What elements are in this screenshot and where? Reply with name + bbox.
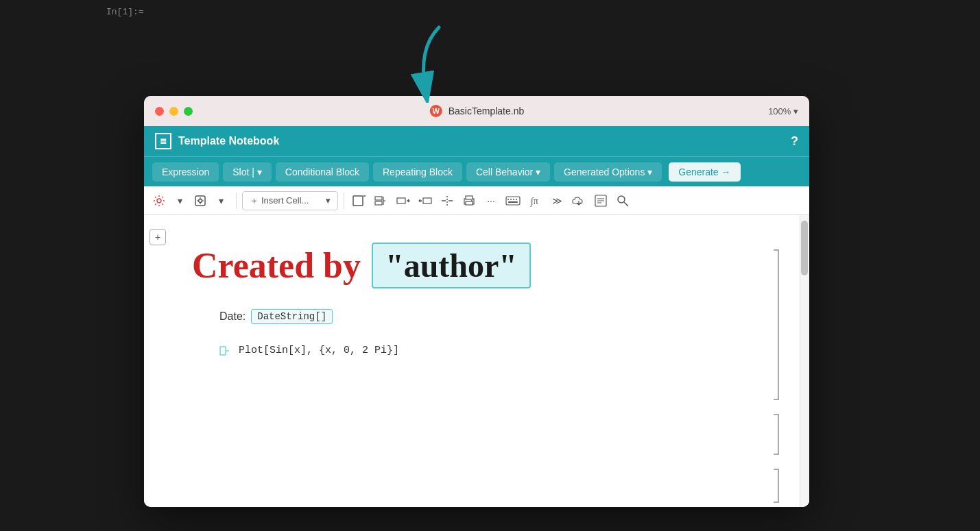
arrow-annotation xyxy=(405,21,459,103)
svg-rect-27 xyxy=(506,197,520,205)
insert-cell-button[interactable]: ＋ Insert Cell... ▾ xyxy=(242,191,338,210)
plot-line: Plot[Sin[x], {x, 0, 2 Pi}] xyxy=(192,345,758,356)
cell-bracket-1 xyxy=(774,249,779,400)
generate-button[interactable]: Generate → xyxy=(669,162,740,182)
generated-options-button[interactable]: Generated Options ▾ xyxy=(554,162,662,182)
notebook-title: Template Notebook xyxy=(178,135,279,147)
settings-icon-2[interactable] xyxy=(191,191,210,210)
insert-input-icon[interactable] xyxy=(394,191,413,210)
author-slot[interactable]: "author" xyxy=(372,243,531,288)
content-area: + Created by "author" Date: DateString[] xyxy=(144,215,809,507)
notebook-header-left: ≣ Template Notebook xyxy=(155,133,279,149)
titlebar: W BasicTemplate.nb 100% ▾ xyxy=(144,96,809,126)
date-slot[interactable]: DateString[] xyxy=(251,309,333,324)
notebook-content: + Created by "author" Date: DateString[] xyxy=(144,215,800,507)
created-by-line: Created by "author" xyxy=(192,243,758,288)
svg-point-41 xyxy=(618,196,625,203)
split-cell-icon[interactable] xyxy=(438,191,457,210)
maximize-button[interactable] xyxy=(184,107,193,116)
settings-icons: ▾ ▾ xyxy=(150,191,230,210)
traffic-lights xyxy=(155,107,193,116)
cell-behavior-button[interactable]: Cell Behavior ▾ xyxy=(466,162,550,182)
svg-text:W: W xyxy=(433,107,440,115)
cell-frame-icon[interactable] xyxy=(350,191,369,210)
window-title: BasicTemplate.nb xyxy=(449,106,525,116)
minimize-button[interactable] xyxy=(169,107,178,116)
svg-rect-9 xyxy=(375,201,382,205)
search-icon[interactable] xyxy=(613,191,632,210)
toolbar: ▾ ▾ ＋ Insert Cell... ▾ xyxy=(144,186,809,215)
settings-dropdown-1[interactable]: ▾ xyxy=(170,191,189,210)
cloud-icon[interactable] xyxy=(569,191,588,210)
add-cell-button[interactable]: + xyxy=(150,229,166,245)
input-label: In[1]:= xyxy=(106,7,144,17)
settings-icon-1[interactable] xyxy=(150,191,169,210)
svg-line-42 xyxy=(624,202,628,206)
cell-indicator xyxy=(219,346,233,356)
date-line: Date: DateString[] xyxy=(192,309,758,324)
svg-rect-6 xyxy=(353,196,363,206)
notebook-window: W BasicTemplate.nb 100% ▾ ≣ Template Not… xyxy=(144,96,809,507)
svg-rect-43 xyxy=(220,347,226,355)
toolbar-separator-1 xyxy=(236,193,237,209)
svg-text:∫π: ∫π xyxy=(530,196,538,207)
svg-point-3 xyxy=(157,199,161,203)
scrollbar[interactable] xyxy=(800,215,809,507)
zoom-level[interactable]: 100% ▾ xyxy=(768,106,798,116)
svg-rect-8 xyxy=(375,197,382,200)
svg-point-5 xyxy=(199,199,202,202)
template-notebook-icon: ≣ xyxy=(155,133,171,149)
titlebar-center: W BasicTemplate.nb xyxy=(429,104,525,118)
comment-icon[interactable]: ··· xyxy=(481,191,501,210)
conditional-block-button[interactable]: Conditional Block xyxy=(276,162,369,182)
plot-code: Plot[Sin[x], {x, 0, 2 Pi}] xyxy=(239,345,399,356)
svg-point-26 xyxy=(471,200,473,201)
cell-bracket-3 xyxy=(774,469,779,503)
svg-rect-25 xyxy=(466,201,473,205)
notebook-header: ≣ Template Notebook ? xyxy=(144,126,809,156)
help-button[interactable]: ? xyxy=(791,134,798,149)
settings-dropdown-2[interactable]: ▾ xyxy=(211,191,230,210)
keyboard-icon[interactable] xyxy=(503,191,523,210)
repeating-block-button[interactable]: Repeating Block xyxy=(373,162,462,182)
date-label: Date: xyxy=(219,310,246,323)
expand-icon[interactable]: ≫ xyxy=(547,191,566,210)
slot-button[interactable]: Slot | ▾ xyxy=(223,162,272,182)
menu-bar: Expression Slot | ▾ Conditional Block Re… xyxy=(144,156,809,186)
created-by-text: Created by xyxy=(192,245,361,286)
close-button[interactable] xyxy=(155,107,164,116)
svg-rect-12 xyxy=(397,198,405,203)
wolfram-icon: W xyxy=(429,104,443,118)
documentation-icon[interactable] xyxy=(591,191,610,210)
group-cells-icon[interactable] xyxy=(372,191,391,210)
svg-rect-24 xyxy=(466,196,473,199)
toolbar-separator-2 xyxy=(344,193,344,209)
insert-output-icon[interactable] xyxy=(416,191,435,210)
svg-rect-16 xyxy=(423,198,431,203)
expression-button[interactable]: Expression xyxy=(152,162,219,182)
print-icon[interactable] xyxy=(459,191,479,210)
integral-icon[interactable]: ∫π xyxy=(525,191,545,210)
cell-bracket-2 xyxy=(774,414,779,455)
scrollbar-thumb[interactable] xyxy=(801,221,808,275)
